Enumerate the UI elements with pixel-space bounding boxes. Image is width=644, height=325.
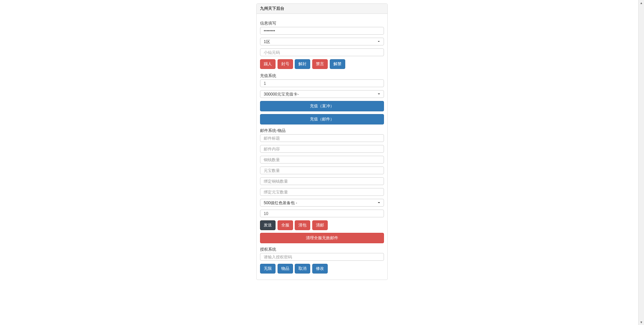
recharge-direct-button[interactable]: 充值（直冲）: [260, 101, 384, 111]
unban-button[interactable]: 解封: [295, 59, 310, 69]
section-label-auth: 授权系统: [260, 247, 384, 252]
info-button-row: 踢人 封号 解封 禁言 解禁: [260, 59, 384, 70]
clearbag-button[interactable]: 清包: [295, 220, 310, 230]
panel-title: 九州天下后台: [257, 4, 387, 14]
clear-invalid-mail-button[interactable]: 清理全服无效邮件: [260, 233, 384, 243]
mail-button-row: 发送 全服 清包 清邮: [260, 220, 384, 231]
password-input[interactable]: [260, 27, 384, 35]
modify-button[interactable]: 修改: [312, 264, 328, 274]
unlimited-button[interactable]: 无限: [260, 264, 276, 274]
mail-body-input[interactable]: [260, 145, 384, 153]
gold-amount-input[interactable]: [260, 167, 384, 174]
admin-panel: 九州天下后台 信息填写 1区 踢人 封号 解封 禁言 解禁 充值系统 30000…: [256, 3, 388, 280]
item-select[interactable]: 500级红色装备包 -: [260, 199, 384, 207]
scrollbar[interactable]: [638, 0, 644, 287]
player-name-input[interactable]: [260, 48, 384, 56]
item-qty-input[interactable]: [260, 210, 384, 217]
section-label-mail: 邮件系统-物品: [260, 128, 384, 134]
scroll-up-icon[interactable]: [639, 0, 644, 6]
allserver-button[interactable]: 全服: [278, 220, 293, 230]
copper-amount-input[interactable]: [260, 156, 384, 164]
cancel-button[interactable]: 取消: [295, 264, 310, 274]
kick-button[interactable]: 踢人: [260, 59, 276, 69]
send-button[interactable]: 发送: [260, 220, 276, 230]
mute-button[interactable]: 禁言: [312, 59, 328, 69]
recharge-mail-button[interactable]: 充值（邮件）: [260, 114, 384, 124]
items-button[interactable]: 物品: [278, 264, 293, 274]
recharge-qty-input[interactable]: [260, 79, 384, 87]
mail-title-input[interactable]: [260, 134, 384, 142]
section-label-info: 信息填写: [260, 21, 384, 26]
auth-button-row: 无限 物品 取消 修改: [260, 264, 384, 274]
zone-select[interactable]: 1区: [260, 38, 384, 45]
panel-body: 信息填写 1区 踢人 封号 解封 禁言 解禁 充值系统 300000元宝充值卡-…: [257, 14, 387, 280]
unmute-button[interactable]: 解禁: [330, 59, 345, 69]
section-label-recharge: 充值系统: [260, 73, 384, 79]
recharge-card-select[interactable]: 300000元宝充值卡-: [260, 90, 384, 98]
clearmail-button[interactable]: 清邮: [312, 220, 328, 230]
ban-button[interactable]: 封号: [278, 59, 293, 69]
bind-gold-amount-input[interactable]: [260, 188, 384, 196]
auth-password-input[interactable]: [260, 253, 384, 261]
bind-copper-amount-input[interactable]: [260, 177, 384, 185]
